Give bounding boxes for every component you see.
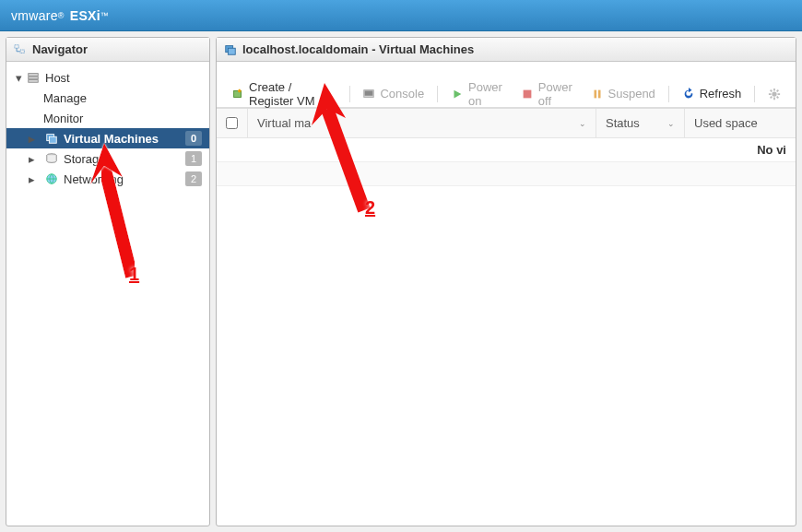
vm-grid: Virtual ma ⌄ Status ⌄ Used space No vi [217, 108, 796, 186]
tree-storage[interactable]: ▸ Storage 1 [6, 148, 209, 169]
caret-right-icon: ▸ [27, 172, 36, 186]
tree-vm-count: 0 [185, 131, 202, 146]
poweron-label: Power on [468, 80, 506, 108]
stop-icon [521, 88, 534, 100]
storage-icon [45, 152, 58, 165]
navigator-panel: Navigator ▾ Host Manage Monitor ▸ [6, 37, 210, 526]
annotation-label-1: 1 [129, 264, 139, 285]
create-vm-label: Create / Register VM [249, 80, 336, 108]
network-icon [45, 172, 58, 185]
sort-caret-icon: ⌄ [667, 119, 675, 128]
brand-vmware: vmware [11, 8, 58, 23]
col-status-label: Status [606, 116, 640, 130]
svg-rect-10 [228, 48, 235, 54]
svg-rect-16 [597, 89, 600, 98]
main-title-label: localhost.localdomain - Virtual Machines [242, 42, 474, 56]
tree-host-manage[interactable]: Manage [6, 88, 209, 108]
svg-rect-4 [29, 80, 39, 83]
svg-point-17 [772, 91, 776, 96]
main-panel: localhost.localdomain - Virtual Machines… [216, 37, 796, 526]
host-icon [27, 71, 40, 84]
col-used[interactable]: Used space [685, 109, 796, 137]
navigator-tree: ▾ Host Manage Monitor ▸ Virtual Machines [6, 62, 209, 195]
tree-storage-label: Storage [64, 152, 106, 166]
navigator-icon [14, 43, 27, 56]
create-register-vm-button[interactable]: Create / Register VM [226, 78, 342, 110]
console-button[interactable]: Console [357, 85, 430, 102]
sort-caret-icon: ⌄ [579, 119, 586, 128]
tree-vm-label: Virtual Machines [64, 132, 159, 146]
settings-button[interactable] [762, 86, 786, 102]
tree-net-label: Networking [64, 172, 124, 186]
brand-esxi: ESXi [70, 8, 100, 23]
tree-net-count: 2 [185, 171, 202, 186]
refresh-button[interactable]: Refresh [677, 85, 748, 102]
suspend-label: Suspend [608, 87, 655, 100]
caret-right-icon: ▸ [27, 132, 36, 146]
tree-host-monitor-label: Monitor [43, 112, 83, 125]
select-all-checkbox[interactable] [226, 117, 238, 129]
svg-rect-14 [523, 89, 531, 98]
poweroff-label: Power off [538, 80, 576, 108]
vm-icon [45, 132, 58, 145]
col-name[interactable]: Virtual ma ⌄ [248, 109, 596, 137]
caret-down-icon: ▾ [14, 71, 23, 85]
brand-bar: vmware® ESXi™ [0, 0, 802, 31]
tree-host-label: Host [45, 71, 70, 85]
caret-right-icon: ▸ [27, 152, 36, 166]
navigator-title: Navigator [6, 38, 209, 62]
separator [754, 86, 755, 102]
power-off-button[interactable]: Power off [515, 78, 582, 110]
tree-networking[interactable]: ▸ Networking 2 [6, 169, 209, 189]
console-label: Console [380, 87, 424, 100]
navigator-title-label: Navigator [32, 42, 88, 56]
svg-rect-2 [29, 74, 39, 77]
svg-rect-3 [29, 77, 39, 79]
play-icon [451, 88, 464, 100]
separator [349, 86, 350, 102]
tree-host-manage-label: Manage [43, 91, 87, 105]
svg-rect-15 [594, 89, 596, 98]
svg-rect-13 [365, 90, 373, 95]
tree-virtual-machines[interactable]: ▸ Virtual Machines 0 [6, 128, 209, 148]
col-used-label: Used space [694, 116, 758, 130]
blank-row [217, 162, 796, 186]
tree-storage-count: 1 [185, 151, 202, 166]
col-status[interactable]: Status ⌄ [596, 109, 685, 137]
gear-icon [768, 88, 781, 100]
tree-host-monitor[interactable]: Monitor [6, 108, 209, 128]
grid-header: Virtual ma ⌄ Status ⌄ Used space [217, 109, 796, 138]
main-title-bar: localhost.localdomain - Virtual Machines [217, 38, 796, 62]
svg-rect-6 [49, 136, 56, 143]
power-on-button[interactable]: Power on [445, 78, 512, 110]
pause-icon [591, 88, 604, 100]
empty-message: No vi [757, 143, 786, 157]
empty-row: No vi [217, 138, 796, 162]
vm-group-icon [224, 43, 237, 56]
suspend-button[interactable]: Suspend [585, 85, 661, 102]
console-icon [362, 88, 375, 100]
separator [668, 86, 669, 102]
refresh-icon [682, 88, 695, 100]
toolbar: Create / Register VM Console Power on [217, 80, 796, 108]
col-name-label: Virtual ma [257, 116, 311, 130]
tree-host[interactable]: ▾ Host [6, 67, 209, 88]
select-all-cell[interactable] [217, 109, 248, 137]
separator [437, 86, 438, 102]
refresh-label: Refresh [700, 87, 742, 100]
svg-rect-0 [15, 44, 18, 48]
svg-rect-1 [20, 50, 24, 53]
create-vm-icon [231, 88, 244, 100]
annotation-label-2: 2 [365, 197, 375, 219]
